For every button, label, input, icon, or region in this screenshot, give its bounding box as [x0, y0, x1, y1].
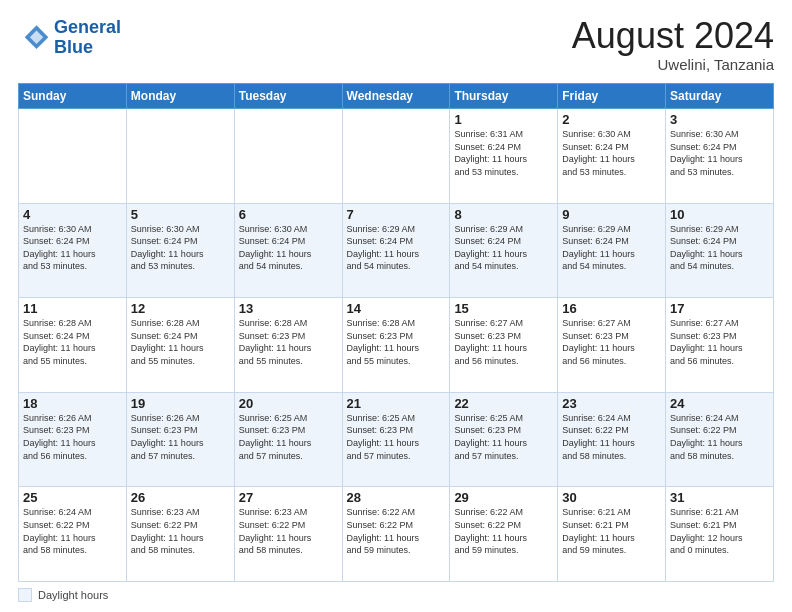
- day-info-10: Sunrise: 6:29 AM Sunset: 6:24 PM Dayligh…: [670, 223, 769, 273]
- day-number-6: 6: [239, 207, 338, 222]
- day-info-28: Sunrise: 6:22 AM Sunset: 6:22 PM Dayligh…: [347, 506, 446, 556]
- day-info-27: Sunrise: 6:23 AM Sunset: 6:22 PM Dayligh…: [239, 506, 338, 556]
- day-number-31: 31: [670, 490, 769, 505]
- footer-label: Daylight hours: [38, 589, 108, 601]
- header: GeneralBlue August 2024 Uwelini, Tanzani…: [18, 18, 774, 73]
- title-block: August 2024 Uwelini, Tanzania: [572, 18, 774, 73]
- day-number-21: 21: [347, 396, 446, 411]
- day-info-13: Sunrise: 6:28 AM Sunset: 6:23 PM Dayligh…: [239, 317, 338, 367]
- day-number-12: 12: [131, 301, 230, 316]
- day-cell-4: 4Sunrise: 6:30 AM Sunset: 6:24 PM Daylig…: [19, 203, 127, 298]
- day-number-19: 19: [131, 396, 230, 411]
- day-cell-9: 9Sunrise: 6:29 AM Sunset: 6:24 PM Daylig…: [558, 203, 666, 298]
- day-info-30: Sunrise: 6:21 AM Sunset: 6:21 PM Dayligh…: [562, 506, 661, 556]
- dow-header-tuesday: Tuesday: [234, 84, 342, 109]
- day-number-16: 16: [562, 301, 661, 316]
- footer-swatch: [18, 588, 32, 602]
- day-cell-23: 23Sunrise: 6:24 AM Sunset: 6:22 PM Dayli…: [558, 392, 666, 487]
- day-cell-7: 7Sunrise: 6:29 AM Sunset: 6:24 PM Daylig…: [342, 203, 450, 298]
- empty-cell: [342, 109, 450, 204]
- day-number-28: 28: [347, 490, 446, 505]
- day-info-24: Sunrise: 6:24 AM Sunset: 6:22 PM Dayligh…: [670, 412, 769, 462]
- day-number-10: 10: [670, 207, 769, 222]
- day-cell-14: 14Sunrise: 6:28 AM Sunset: 6:23 PM Dayli…: [342, 298, 450, 393]
- page: GeneralBlue August 2024 Uwelini, Tanzani…: [0, 0, 792, 612]
- day-number-25: 25: [23, 490, 122, 505]
- day-number-15: 15: [454, 301, 553, 316]
- day-cell-13: 13Sunrise: 6:28 AM Sunset: 6:23 PM Dayli…: [234, 298, 342, 393]
- week-row-2: 4Sunrise: 6:30 AM Sunset: 6:24 PM Daylig…: [19, 203, 774, 298]
- day-number-17: 17: [670, 301, 769, 316]
- day-number-8: 8: [454, 207, 553, 222]
- day-number-26: 26: [131, 490, 230, 505]
- day-cell-5: 5Sunrise: 6:30 AM Sunset: 6:24 PM Daylig…: [126, 203, 234, 298]
- day-number-24: 24: [670, 396, 769, 411]
- empty-cell: [19, 109, 127, 204]
- week-row-3: 11Sunrise: 6:28 AM Sunset: 6:24 PM Dayli…: [19, 298, 774, 393]
- day-cell-22: 22Sunrise: 6:25 AM Sunset: 6:23 PM Dayli…: [450, 392, 558, 487]
- day-number-7: 7: [347, 207, 446, 222]
- day-info-29: Sunrise: 6:22 AM Sunset: 6:22 PM Dayligh…: [454, 506, 553, 556]
- dow-header-saturday: Saturday: [666, 84, 774, 109]
- day-info-5: Sunrise: 6:30 AM Sunset: 6:24 PM Dayligh…: [131, 223, 230, 273]
- dow-header-thursday: Thursday: [450, 84, 558, 109]
- month-title: August 2024: [572, 18, 774, 54]
- day-info-20: Sunrise: 6:25 AM Sunset: 6:23 PM Dayligh…: [239, 412, 338, 462]
- day-number-22: 22: [454, 396, 553, 411]
- day-number-2: 2: [562, 112, 661, 127]
- day-info-31: Sunrise: 6:21 AM Sunset: 6:21 PM Dayligh…: [670, 506, 769, 556]
- day-info-25: Sunrise: 6:24 AM Sunset: 6:22 PM Dayligh…: [23, 506, 122, 556]
- day-cell-10: 10Sunrise: 6:29 AM Sunset: 6:24 PM Dayli…: [666, 203, 774, 298]
- empty-cell: [234, 109, 342, 204]
- day-info-4: Sunrise: 6:30 AM Sunset: 6:24 PM Dayligh…: [23, 223, 122, 273]
- dow-header-monday: Monday: [126, 84, 234, 109]
- day-number-13: 13: [239, 301, 338, 316]
- day-info-9: Sunrise: 6:29 AM Sunset: 6:24 PM Dayligh…: [562, 223, 661, 273]
- day-cell-2: 2Sunrise: 6:30 AM Sunset: 6:24 PM Daylig…: [558, 109, 666, 204]
- day-cell-18: 18Sunrise: 6:26 AM Sunset: 6:23 PM Dayli…: [19, 392, 127, 487]
- footer: Daylight hours: [18, 588, 774, 602]
- day-info-17: Sunrise: 6:27 AM Sunset: 6:23 PM Dayligh…: [670, 317, 769, 367]
- week-row-5: 25Sunrise: 6:24 AM Sunset: 6:22 PM Dayli…: [19, 487, 774, 582]
- day-cell-25: 25Sunrise: 6:24 AM Sunset: 6:22 PM Dayli…: [19, 487, 127, 582]
- day-cell-12: 12Sunrise: 6:28 AM Sunset: 6:24 PM Dayli…: [126, 298, 234, 393]
- day-info-3: Sunrise: 6:30 AM Sunset: 6:24 PM Dayligh…: [670, 128, 769, 178]
- dow-header-sunday: Sunday: [19, 84, 127, 109]
- day-number-29: 29: [454, 490, 553, 505]
- day-cell-6: 6Sunrise: 6:30 AM Sunset: 6:24 PM Daylig…: [234, 203, 342, 298]
- day-info-8: Sunrise: 6:29 AM Sunset: 6:24 PM Dayligh…: [454, 223, 553, 273]
- day-cell-21: 21Sunrise: 6:25 AM Sunset: 6:23 PM Dayli…: [342, 392, 450, 487]
- day-number-20: 20: [239, 396, 338, 411]
- empty-cell: [126, 109, 234, 204]
- day-cell-30: 30Sunrise: 6:21 AM Sunset: 6:21 PM Dayli…: [558, 487, 666, 582]
- logo: GeneralBlue: [18, 18, 121, 58]
- day-cell-1: 1Sunrise: 6:31 AM Sunset: 6:24 PM Daylig…: [450, 109, 558, 204]
- dow-header-wednesday: Wednesday: [342, 84, 450, 109]
- day-number-18: 18: [23, 396, 122, 411]
- day-number-9: 9: [562, 207, 661, 222]
- day-number-27: 27: [239, 490, 338, 505]
- week-row-1: 1Sunrise: 6:31 AM Sunset: 6:24 PM Daylig…: [19, 109, 774, 204]
- day-info-16: Sunrise: 6:27 AM Sunset: 6:23 PM Dayligh…: [562, 317, 661, 367]
- day-cell-17: 17Sunrise: 6:27 AM Sunset: 6:23 PM Dayli…: [666, 298, 774, 393]
- calendar-table: SundayMondayTuesdayWednesdayThursdayFrid…: [18, 83, 774, 582]
- day-cell-24: 24Sunrise: 6:24 AM Sunset: 6:22 PM Dayli…: [666, 392, 774, 487]
- location-subtitle: Uwelini, Tanzania: [572, 56, 774, 73]
- day-number-5: 5: [131, 207, 230, 222]
- day-info-18: Sunrise: 6:26 AM Sunset: 6:23 PM Dayligh…: [23, 412, 122, 462]
- day-cell-11: 11Sunrise: 6:28 AM Sunset: 6:24 PM Dayli…: [19, 298, 127, 393]
- day-number-11: 11: [23, 301, 122, 316]
- day-number-4: 4: [23, 207, 122, 222]
- day-info-2: Sunrise: 6:30 AM Sunset: 6:24 PM Dayligh…: [562, 128, 661, 178]
- day-cell-8: 8Sunrise: 6:29 AM Sunset: 6:24 PM Daylig…: [450, 203, 558, 298]
- day-cell-16: 16Sunrise: 6:27 AM Sunset: 6:23 PM Dayli…: [558, 298, 666, 393]
- day-info-11: Sunrise: 6:28 AM Sunset: 6:24 PM Dayligh…: [23, 317, 122, 367]
- day-cell-27: 27Sunrise: 6:23 AM Sunset: 6:22 PM Dayli…: [234, 487, 342, 582]
- day-cell-28: 28Sunrise: 6:22 AM Sunset: 6:22 PM Dayli…: [342, 487, 450, 582]
- day-cell-29: 29Sunrise: 6:22 AM Sunset: 6:22 PM Dayli…: [450, 487, 558, 582]
- logo-line1: GeneralBlue: [54, 18, 121, 58]
- day-cell-19: 19Sunrise: 6:26 AM Sunset: 6:23 PM Dayli…: [126, 392, 234, 487]
- day-number-30: 30: [562, 490, 661, 505]
- day-info-1: Sunrise: 6:31 AM Sunset: 6:24 PM Dayligh…: [454, 128, 553, 178]
- dow-header-friday: Friday: [558, 84, 666, 109]
